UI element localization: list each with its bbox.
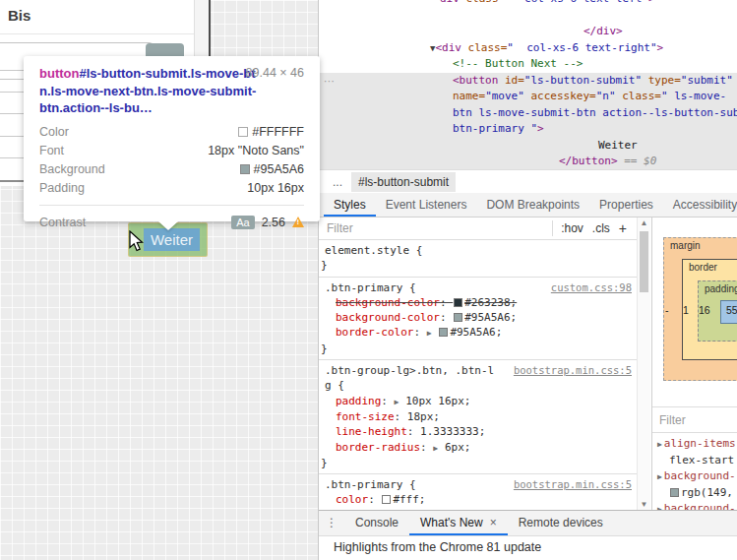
tab-styles[interactable]: Styles (324, 194, 376, 217)
expand-arrow-icon[interactable]: ▶ (657, 472, 662, 481)
elements-code-line[interactable]: btn ls-move-submit-btn action--ls-button… (319, 105, 737, 122)
css-declaration[interactable]: background-color: #95A5A6; (319, 310, 637, 325)
scrollbar-up-icon[interactable]: ▲ (638, 218, 650, 227)
elements-code-line[interactable]: btn-primary "> (319, 121, 737, 138)
code-token-tag: <div (435, 41, 461, 54)
tab-event-listeners[interactable]: Event Listeners (376, 194, 477, 217)
tooltip-selector-tag: button (39, 66, 79, 81)
styles-filter-input[interactable]: Filter (327, 221, 552, 235)
css-declaration[interactable]: color: #fff; (319, 492, 637, 507)
rule-selector[interactable]: .btn-group-lg>.btn, .btn-lg { (325, 363, 498, 394)
drawer-tab-label: Remote devices (519, 516, 603, 529)
css-property-value: #fff; (393, 493, 425, 506)
color-swatch[interactable] (439, 328, 448, 337)
elements-code-line[interactable]: </button> == $0 (319, 154, 737, 169)
code-token-val: btn-primary " (453, 122, 537, 135)
code-token-val: "ls-button-submit" (524, 74, 642, 87)
color-swatch[interactable] (382, 495, 391, 504)
code-token-attr: type= (642, 74, 681, 87)
expand-arrow-icon[interactable]: ▶ (395, 398, 404, 406)
color-swatch (238, 127, 248, 137)
computed-property[interactable]: ▶background- (657, 501, 737, 510)
code-token-tag: > (657, 41, 664, 54)
code-token-attr: class= (461, 41, 507, 54)
css-declaration[interactable]: border-color: ▶ #95A5A6; (319, 325, 637, 341)
css-property-value: 6px; (445, 441, 471, 454)
stylesheet-link[interactable]: bootstrap.min.css:5 (514, 477, 632, 492)
css-property-name: padding (336, 395, 381, 407)
rule-selector[interactable]: .btn-primary { (325, 280, 416, 295)
breadcrumb-selected[interactable]: #ls-button-submit (351, 172, 456, 192)
pseudo-state-toggle[interactable]: :hov (561, 221, 583, 235)
drawer-tab-console[interactable]: Console (344, 511, 409, 535)
css-property-value: #95A5A6; (464, 311, 517, 324)
tooltip-row: Padding10px 16px (39, 179, 304, 198)
rule-header: element.style { (319, 243, 637, 258)
elements-code-line[interactable]: ▼<div class=" col-xs-6 text-right"> (319, 40, 737, 57)
drawer-tab-remote-devices[interactable]: Remote devices (508, 511, 614, 535)
margin-label: margin (670, 240, 701, 251)
stylesheet-link[interactable]: bootstrap.min.css:5 (514, 363, 632, 378)
computed-property[interactable]: ▶background- (657, 468, 737, 485)
css-declaration[interactable]: border-radius: ▶ 6px; (319, 440, 637, 456)
elements-code-line[interactable]: name="move" accesskey="n" class=" ls-mov… (319, 89, 737, 105)
computed-property[interactable]: ▶align-items (657, 436, 737, 453)
tab-properties[interactable]: Properties (589, 194, 663, 217)
breadcrumb-overflow[interactable]: ... (333, 175, 342, 189)
close-icon[interactable]: × (490, 516, 497, 529)
css-property-value: #95A5A6; (450, 326, 502, 339)
elements-tree: div class=" col-xs-6 text-left"></div>▼<… (319, 0, 737, 169)
tab-dom-breakpoints[interactable]: DOM Breakpoints (476, 194, 589, 217)
sidebar-tab-bar: StylesEvent ListenersDOM BreakpointsProp… (319, 193, 737, 218)
tooltip-contrast-label: Contrast (39, 216, 86, 229)
drawer-tab-what-s-new[interactable]: What's New× (409, 511, 508, 535)
stylesheet-link[interactable]: custom.css:98 (551, 280, 632, 295)
computed-property-value: rgb(149, (657, 485, 737, 501)
color-swatch[interactable] (454, 298, 462, 307)
code-token-attr: accesskey= (524, 90, 596, 102)
elements-code-line[interactable]: <button id="ls-button-submit" type="subm… (319, 73, 737, 90)
style-rule: custom.css:98.btn-primary {background-co… (319, 278, 637, 360)
scrollbar-down-icon[interactable]: ▼ (638, 500, 650, 509)
css-property-value: 10px 16px; (405, 395, 470, 407)
warning-triangle-icon (292, 217, 304, 227)
scrollbar-thumb[interactable] (640, 231, 648, 292)
drawer-menu-icon[interactable]: ⋮ (319, 511, 344, 535)
tooltip-divider (39, 205, 304, 206)
rule-selector[interactable]: element.style { (325, 243, 422, 258)
elements-code-line[interactable]: Weiter (319, 138, 737, 155)
expand-arrow-icon[interactable]: ▶ (427, 329, 437, 338)
styles-scrollbar[interactable]: ▲ ▼ (637, 218, 650, 510)
rule-header: bootstrap.min.css:5.btn-group-lg>.btn, .… (319, 363, 637, 394)
tooltip-selector: button#ls-button-submit.ls-move-btn.ls-m… (39, 65, 264, 117)
css-declaration[interactable]: background-color: #263238; (319, 295, 637, 310)
code-token-val: "move" (485, 90, 524, 102)
new-style-rule-button[interactable]: + (619, 220, 629, 236)
padding-left-value: 16 (699, 304, 710, 316)
console-drawer: ⋮ConsoleWhat's New×Remote devices Highli… (319, 510, 737, 560)
color-swatch[interactable] (454, 313, 462, 322)
elements-code-line[interactable]: <!-- Button Next --> (319, 56, 737, 73)
rule-selector[interactable]: .btn-primary { (325, 477, 416, 492)
expand-arrow-icon[interactable]: ▶ (657, 440, 662, 449)
css-declaration[interactable]: line-height: 1.3333333; (319, 424, 637, 439)
drawer-tab-bar: ⋮ConsoleWhat's New×Remote devices (319, 511, 737, 536)
css-declaration[interactable]: font-size: 18px; (319, 409, 637, 424)
class-toggle[interactable]: .cls (592, 221, 610, 235)
tab-accessibility[interactable]: Accessibility (663, 194, 737, 217)
expand-arrow-icon[interactable]: ▶ (433, 444, 443, 453)
css-property-name: font-size (336, 410, 395, 423)
code-token-attr: class= (460, 0, 505, 5)
gutter-more-icon[interactable]: ⋯ (324, 75, 336, 88)
css-declaration[interactable]: padding: ▶ 10px 16px; (319, 394, 637, 409)
style-rule: bootstrap.min.css:5.btn-group-lg>.btn, .… (319, 360, 637, 474)
elements-code-line[interactable]: </div> (319, 24, 737, 40)
code-token-val: " col-xs-6 text-right" (507, 41, 656, 54)
devtools-panel: div class=" col-xs-6 text-left"></div>▼<… (318, 0, 737, 560)
code-token-tag: div (440, 0, 460, 5)
code-token-val: " ls-move- (661, 90, 726, 102)
computed-property-name: align-items (664, 437, 736, 450)
computed-filter-input[interactable]: Filter (652, 406, 737, 433)
elements-code-line[interactable]: div class=" col-xs-6 text-left"> (319, 0, 737, 8)
elements-code-line[interactable] (319, 8, 737, 25)
